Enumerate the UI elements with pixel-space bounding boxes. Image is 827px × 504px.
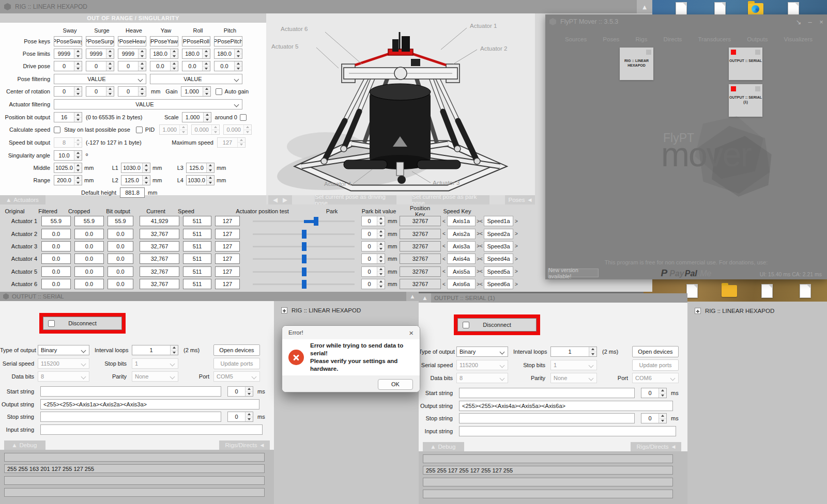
pose-key-sway-field[interactable]: PPoseSway — [54, 36, 82, 46]
drive-pose-roll-spinner[interactable]: 0.0 — [182, 61, 210, 71]
document-icon[interactable] — [788, 2, 799, 16]
key-next-icon[interactable]: > — [513, 281, 519, 287]
start-delay-spinner[interactable]: 0 — [227, 386, 253, 397]
parity-combo[interactable]: None — [550, 373, 597, 383]
position-test-slider[interactable] — [253, 241, 355, 251]
key-next-prev-icons[interactable]: >< — [476, 231, 484, 237]
pose-limit-surge-spinner[interactable]: 9999 — [86, 49, 114, 59]
data-bits-combo[interactable]: 8 — [456, 373, 508, 383]
key-next-icon[interactable]: > — [513, 218, 519, 224]
park-spinner[interactable]: 0 — [361, 216, 385, 226]
speed-key-field[interactable]: Speed6a — [484, 279, 513, 289]
rig-3d-viewport[interactable]: Actuator 6 Actuator 5 Actuator 1 Actuato… — [266, 13, 535, 195]
key-prev-icon[interactable]: < — [441, 243, 447, 249]
menu-poses[interactable]: Poses — [603, 36, 619, 42]
key-prev-icon[interactable]: < — [441, 269, 447, 274]
pid-checkbox[interactable] — [136, 127, 143, 133]
folder-icon[interactable] — [722, 285, 737, 297]
rigs-directs-tab[interactable]: Rigs/Directs ◀ — [631, 442, 681, 451]
restore-window-icon[interactable]: ↘ — [793, 18, 804, 26]
singularity-angle-spinner[interactable]: 10.0 — [54, 150, 82, 161]
pid-d-spinner[interactable]: 0.000 — [223, 124, 252, 135]
pid-i-spinner[interactable]: 0.000 — [191, 124, 220, 135]
poses-panel-button[interactable]: Poses◀ — [505, 195, 535, 204]
pid-p-spinner[interactable]: 1.000 — [159, 124, 188, 135]
disconnect-button[interactable]: Disconnect — [43, 317, 122, 330]
range-spinner[interactable]: 200.0 — [54, 175, 82, 185]
pose-filtering-translation-combo[interactable]: VALUE — [54, 74, 146, 84]
type-of-output-combo[interactable]: Binary — [38, 345, 89, 355]
park-spinner[interactable]: 0 — [361, 279, 385, 289]
error-dialog-titlebar[interactable]: Error! × — [282, 326, 420, 339]
maximum-speed-spinner[interactable]: 127 — [217, 137, 246, 148]
key-next-prev-icons[interactable]: >< — [476, 243, 484, 249]
interval-loops-spinner[interactable]: 1 — [550, 346, 597, 357]
rig-titlebar[interactable]: RIG :: LINEAR HEXAPOD ▲ — [0, 0, 652, 13]
key-next-icon[interactable]: > — [513, 243, 519, 249]
position-key-field[interactable]: Axis1a — [447, 216, 476, 226]
document-icon[interactable] — [714, 2, 726, 16]
node-output-serial[interactable]: OUTPUT :: SERIAL — [729, 48, 762, 80]
input-string-field[interactable] — [40, 424, 263, 435]
minimize-window-icon[interactable]: – — [804, 18, 816, 26]
speed-key-field[interactable]: Speed5a — [484, 266, 513, 277]
l3-spinner[interactable]: 125.0 — [186, 163, 215, 173]
menu-transducers[interactable]: Transducers — [698, 36, 731, 42]
rig-tree-item[interactable]: RIG :: LINEAR HEXAPOD — [687, 302, 827, 314]
key-prev-icon[interactable]: < — [441, 281, 447, 287]
node-error-square-icon[interactable] — [731, 50, 736, 55]
open-devices-button[interactable]: Open devices — [632, 346, 679, 357]
data-bits-combo[interactable]: 8 — [38, 371, 89, 382]
drive-pose-heave-spinner[interactable]: 0 — [118, 61, 146, 71]
node-status-square-icon[interactable] — [646, 50, 651, 55]
open-devices-button[interactable]: Open devices — [213, 344, 260, 356]
disconnect-checkbox[interactable] — [48, 320, 55, 327]
stop-string-field[interactable] — [459, 413, 635, 423]
rig-tree-item[interactable]: RIG :: LINEAR HEXAPOD — [274, 301, 419, 313]
update-ports-button[interactable]: Update ports — [213, 358, 260, 369]
set-driving-pose-button[interactable]: Set current pose as driving pose — [315, 195, 396, 204]
collapse-up-icon[interactable]: ▲ — [419, 293, 431, 303]
actuators-section-tab[interactable]: ▲ Actuators — [0, 195, 45, 204]
key-prev-icon[interactable]: < — [441, 218, 447, 224]
start-string-field[interactable] — [459, 388, 635, 398]
pose-limit-yaw-spinner[interactable]: 180.0 — [150, 49, 178, 59]
disconnect-checkbox[interactable] — [463, 322, 469, 328]
position-test-slider[interactable] — [253, 279, 355, 289]
speed-bits-spinner[interactable]: 8 — [54, 137, 82, 148]
document-icon[interactable] — [686, 284, 698, 298]
key-next-prev-icons[interactable]: >< — [476, 281, 484, 287]
middle-spinner[interactable]: 1025.0 — [54, 163, 82, 173]
serial-speed-combo[interactable]: 115200 — [38, 358, 89, 369]
collapse-up-icon[interactable]: ▲ — [637, 0, 652, 13]
pose-nav-buttons[interactable]: ◀▶ — [268, 195, 292, 204]
l4-spinner[interactable]: 1030.0 — [186, 175, 215, 185]
position-test-slider[interactable] — [253, 254, 355, 264]
close-icon[interactable]: × — [409, 328, 414, 337]
pose-limit-sway-spinner[interactable]: 9999 — [54, 49, 82, 59]
port-combo[interactable]: COM5 — [213, 371, 260, 382]
key-next-icon[interactable]: > — [513, 231, 519, 237]
menu-rigs[interactable]: Rigs — [635, 36, 647, 42]
pose-limit-heave-spinner[interactable]: 9999 — [118, 49, 146, 59]
position-test-slider[interactable] — [253, 216, 355, 226]
park-spinner[interactable]: 0 — [361, 241, 385, 251]
pose-limit-roll-spinner[interactable]: 180.0 — [182, 49, 210, 59]
scale-spinner[interactable]: 1.000 — [182, 112, 211, 122]
pose-key-heave-field[interactable]: PPoseHeave — [118, 36, 146, 46]
position-key-field[interactable]: Axis5a — [447, 266, 476, 277]
pose-key-roll-field[interactable]: PPoseRoll — [182, 36, 210, 46]
position-key-field[interactable]: Axis6a — [447, 279, 476, 289]
ok-button[interactable]: OK — [378, 379, 413, 390]
cor-z-spinner[interactable]: 0 — [118, 86, 146, 97]
pose-filtering-rotation-combo[interactable]: VALUE — [150, 74, 242, 84]
calculate-speed-checkbox[interactable] — [54, 127, 60, 133]
drive-pose-surge-spinner[interactable]: 0 — [86, 61, 114, 71]
node-rig-linear-hexapod[interactable]: RIG :: LINEAR HEXAPOD — [620, 48, 653, 80]
stop-delay-spinner[interactable]: 0 — [641, 413, 667, 423]
parity-combo[interactable]: None — [132, 371, 178, 382]
speed-key-field[interactable]: Speed3a — [484, 241, 513, 251]
stop-delay-spinner[interactable]: 0 — [227, 412, 253, 422]
expand-plus-icon[interactable] — [695, 308, 701, 314]
l1-spinner[interactable]: 1030.0 — [121, 163, 150, 173]
